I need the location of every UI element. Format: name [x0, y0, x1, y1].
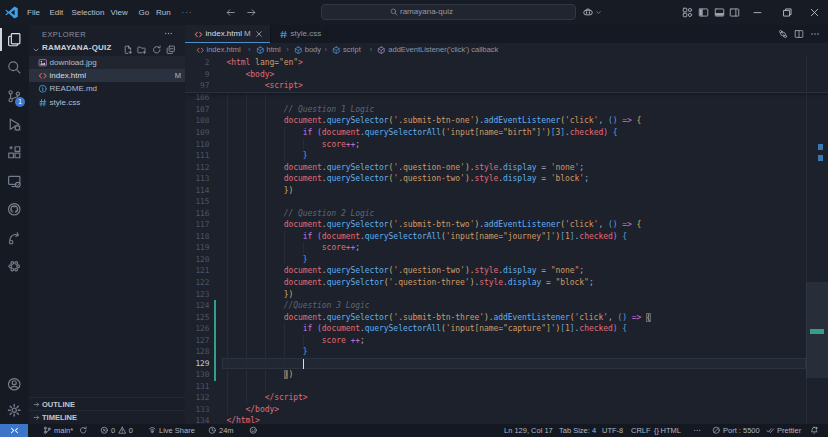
source-control-icon[interactable]: 1 [0, 86, 29, 106]
breadcrumb-item[interactable]: body [305, 43, 321, 56]
layout-customize-icon[interactable] [682, 7, 693, 18]
chevron-right-icon [33, 401, 40, 408]
open-changes-icon[interactable] [778, 29, 788, 39]
live-share-icon[interactable] [0, 228, 29, 248]
refresh-icon[interactable] [152, 45, 162, 55]
menu-overflow[interactable]: ··· [182, 0, 193, 25]
gear-icon[interactable] [0, 401, 29, 421]
breadcrumb-separator: › [286, 43, 289, 56]
modified-gutter-bar [214, 312, 216, 324]
file-name: index.html [50, 69, 86, 82]
tab-index.html[interactable]: index.htmlM [185, 25, 270, 43]
overview-mark-cyan [818, 144, 823, 150]
tab-separator [326, 25, 327, 43]
code-text: //Question 3 Logic [227, 300, 370, 312]
title-bar: FileEditSelectionViewGoRun···ramayana-qu… [0, 0, 828, 25]
github-icon[interactable] [0, 200, 29, 220]
line-number: 111 [185, 150, 210, 162]
status-notifications[interactable] [810, 424, 819, 437]
file-name: style.css [50, 96, 81, 109]
close-button[interactable] [809, 7, 820, 18]
status-cursor-position[interactable]: Ln 129, Col 17 [504, 424, 553, 437]
toggle-secondary-sidebar-icon[interactable] [729, 7, 740, 18]
tab-style.css[interactable]: style.css [270, 25, 326, 43]
breadcrumb-item[interactable]: addEventListener('click') callback [388, 43, 498, 56]
file-row-README.md[interactable]: README.md [29, 82, 185, 95]
code-editor[interactable]: 106107 // Question 1 Logic108 document.q… [185, 56, 828, 424]
toggle-sidebar-icon[interactable] [698, 7, 709, 18]
menu-go[interactable]: Go [139, 0, 150, 25]
breadcrumb-item[interactable]: script [343, 43, 361, 56]
line-number: 126 [185, 323, 210, 335]
code-text: }) [227, 289, 294, 301]
menu-edit[interactable]: Edit [50, 0, 64, 25]
restore-button[interactable] [782, 7, 793, 18]
menu-selection[interactable]: Selection [72, 0, 105, 25]
code-text: } [227, 150, 308, 162]
remote-indicator[interactable] [0, 424, 28, 437]
close-tab-icon[interactable] [255, 30, 263, 38]
indent-guide [265, 358, 266, 370]
back-arrow-icon[interactable] [225, 7, 236, 18]
split-editor-icon[interactable] [794, 29, 804, 39]
command-center-search[interactable]: ramayana-quiz [321, 4, 576, 20]
breadcrumb-item[interactable]: html [267, 43, 281, 56]
line-number: 115 [185, 196, 210, 208]
remote-explorer-icon[interactable] [0, 171, 29, 191]
menu-run[interactable]: Run [156, 0, 171, 25]
line-number: 125 [185, 312, 210, 324]
status-eol[interactable]: CRLF [631, 424, 651, 437]
search-icon[interactable] [0, 57, 29, 77]
toggle-panel-icon[interactable] [714, 7, 725, 18]
new-folder-icon[interactable] [137, 45, 147, 55]
account-icon[interactable] [0, 374, 29, 394]
cube-blue-icon [256, 46, 265, 55]
status-sync-changes[interactable] [79, 424, 88, 437]
status-indentation[interactable]: Tab Size: 4 [559, 424, 596, 437]
more-actions-icon[interactable] [810, 29, 820, 39]
line-number: 110 [185, 139, 210, 151]
forward-arrow-icon[interactable] [246, 7, 257, 18]
status-live-server-port[interactable]: Port : 5500 [712, 424, 760, 437]
menu-view[interactable]: View [111, 0, 128, 25]
status-git-branch[interactable]: main* [43, 424, 73, 437]
code-line-116: 116 // Question 2 Logic [185, 208, 828, 220]
status-prettier[interactable]: Prettier [766, 424, 801, 437]
status-encoding[interactable]: UTF-8 [602, 424, 623, 437]
copilot-icon[interactable] [582, 6, 594, 18]
code-line-125: 125 document.querySelector('.submit-btn-… [185, 312, 828, 324]
files-icon[interactable] [0, 30, 29, 50]
code-text: document.querySelector('.question-two').… [227, 173, 589, 185]
collapse-all-icon[interactable] [166, 45, 176, 55]
new-file-icon[interactable] [123, 45, 133, 55]
code-line-111: 111 } [185, 150, 828, 162]
code-line-113: 113 document.querySelector('.question-tw… [185, 173, 828, 185]
panel-timeline[interactable]: TIMELINE [29, 410, 185, 424]
status-language-mode[interactable]: { }HTML [654, 424, 681, 437]
status-feedback[interactable] [249, 424, 258, 437]
panel-outline[interactable]: OUTLINE [29, 397, 185, 411]
panel-label: TIMELINE [42, 411, 77, 424]
project-section-header[interactable]: RAMAYANA-QUIZ [29, 42, 185, 56]
sidebar-more-actions-icon[interactable] [164, 29, 173, 38]
file-row-style.css[interactable]: style.css [29, 96, 185, 109]
extensions-icon[interactable] [0, 143, 29, 163]
code-line-128: 128 } [185, 346, 828, 358]
file-row-download.jpg[interactable]: download.jpg [29, 56, 185, 69]
minimize-button[interactable] [752, 7, 763, 18]
code-text: score ++; [227, 335, 365, 347]
line-number: 107 [185, 104, 210, 116]
status-timer[interactable]: 24m [208, 424, 234, 437]
status-problems[interactable]: 00 [100, 424, 133, 437]
debug-icon[interactable] [0, 114, 29, 134]
line-number: 97 [185, 80, 210, 92]
circles-icon[interactable] [0, 257, 29, 277]
status-copilot-status[interactable] [693, 424, 702, 437]
code-text: if (document.querySelectorAll('input[nam… [227, 231, 628, 243]
file-row-index.html[interactable]: index.htmlM [29, 69, 185, 82]
status-live-share[interactable]: Live Share [148, 424, 195, 437]
menu-file[interactable]: File [27, 0, 40, 25]
chevron-down-icon[interactable] [595, 9, 602, 16]
code-line-124: 124 //Question 3 Logic [185, 300, 828, 312]
breadcrumb-item[interactable]: index.html [207, 43, 241, 56]
